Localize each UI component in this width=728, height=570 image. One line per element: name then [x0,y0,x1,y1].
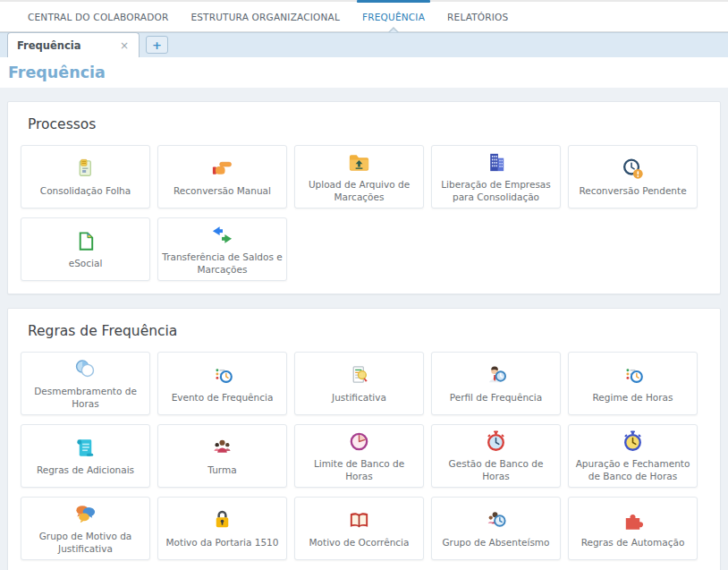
card-label: Limite de Banco de Horas [299,458,419,482]
checklist-clock-icon [210,363,234,388]
tab-strip: Frequência × + [0,32,728,57]
card-turma[interactable]: Turma [157,424,287,488]
stopwatch-blue-icon [621,430,645,455]
nav-item-label: CENTRAL DO COLABORADOR [28,12,168,22]
open-book-icon [347,508,371,533]
active-nav-indicator [357,0,430,3]
pointing-hand-icon [210,157,234,182]
page-header: Frequência [0,57,728,88]
stopwatch-red-icon [484,430,508,455]
nav-item-central-do-colaborador[interactable]: CENTRAL DO COLABORADOR [19,2,177,31]
nav-item-relatorios[interactable]: RELATÓRIOS [438,2,517,31]
card-label: eSocial [69,258,103,270]
scroll-icon [73,436,97,461]
card-label: Regras de Adicionais [37,464,134,477]
nav-item-label: RELATÓRIOS [447,12,508,22]
card-label: Evento de Frequência [172,392,274,404]
card-gestao-de-banco-de-horas[interactable]: Gestão de Banco de Horas [431,424,561,488]
card-apuracao-e-fechamento-de-banco-de-horas[interactable]: Apuração e Fechamento de Banco de Horas [568,424,698,488]
section-title: Processos [28,116,707,132]
nav-item-label: FREQUÊNCIA [362,12,425,22]
card-label: Justificativa [332,392,386,404]
card-label: Upload de Arquivo de Marcações [299,179,419,203]
card-label: Motivo de Ocorrência [309,537,410,549]
nav-item-frequencia[interactable]: FREQUÊNCIA [353,2,434,31]
content-area: Processos Consolidação FolhaReconversão … [0,88,728,570]
card-regras-de-automacao[interactable]: Regras de Automação [568,497,698,560]
card-esocial[interactable]: eSocial [21,217,150,281]
document-fold-icon [73,229,97,254]
card-reconversao-manual[interactable]: Reconversão Manual [157,145,287,208]
chat-bubbles-icon [73,502,97,527]
card-label: Desmembramento de Horas [25,386,146,410]
card-grupo-de-absenteismo[interactable]: Grupo de Absenteísmo [431,497,561,560]
card-label: Perfil de Frequência [450,392,542,404]
card-label: Consolidação Folha [40,185,131,198]
payroll-pad-icon [73,157,97,182]
clock-alert-icon [621,157,645,182]
transfer-arrows-icon [210,223,234,248]
clock-limit-icon [347,430,371,455]
card-grid-regras: Desmembramento de HorasEvento de Frequên… [21,352,707,560]
document-search-icon [347,363,371,388]
card-label: Regras de Automação [581,537,685,549]
split-hours-icon [73,357,97,382]
card-evento-de-frequencia[interactable]: Evento de Frequência [157,352,287,415]
person-clock-icon [484,363,508,388]
card-label: Gestão de Banco de Horas [436,458,556,482]
card-grid-processos: Consolidação FolhaReconversão ManualUplo… [21,145,707,281]
card-label: Liberação de Empresas para Consolidação [436,179,556,203]
checklist-clock-icon [621,363,645,388]
puzzle-icon [621,508,645,533]
page-title: Frequência [8,64,106,81]
people-clock-icon [484,508,508,533]
card-label: Transferência de Saldos e Marcações [162,251,283,276]
main-navigation: CENTRAL DO COLABORADOR ESTRUTURA ORGANIZ… [0,2,728,32]
card-label: Reconversão Pendente [579,185,686,198]
card-reconversao-pendente[interactable]: Reconversão Pendente [568,145,698,208]
card-perfil-de-frequencia[interactable]: Perfil de Frequência [431,352,561,415]
card-limite-de-banco-de-horas[interactable]: Limite de Banco de Horas [294,424,424,488]
card-regras-de-adicionais[interactable]: Regras de Adicionais [21,424,150,488]
card-regime-de-horas[interactable]: Regime de Horas [568,352,698,415]
nav-item-estrutura-organizacional[interactable]: ESTRUTURA ORGANIZACIONAL [182,2,349,31]
card-liberacao-de-empresas-para-consolidacao[interactable]: Liberação de Empresas para Consolidação [431,145,561,208]
card-upload-de-arquivo-de-marcacoes[interactable]: Upload de Arquivo de Marcações [294,145,424,208]
section-title: Regras de Frequência [28,323,707,339]
tab-frequencia[interactable]: Frequência × [7,32,140,57]
people-group-icon [210,436,234,461]
section-processos: Processos Consolidação FolhaReconversão … [7,101,721,294]
section-regras-de-frequencia: Regras de Frequência Desmembramento de H… [7,308,721,570]
card-justificativa[interactable]: Justificativa [294,352,424,415]
folder-upload-icon [347,150,371,175]
card-motivo-de-ocorrencia[interactable]: Motivo de Ocorrência [294,497,424,560]
card-label: Motivo da Portaria 1510 [166,537,279,549]
card-desmembramento-de-horas[interactable]: Desmembramento de Horas [21,352,150,415]
card-label: Reconversão Manual [174,185,271,198]
card-consolidacao-folha[interactable]: Consolidação Folha [21,145,150,208]
card-grupo-de-motivo-da-justificativa[interactable]: Grupo de Motivo da Justificativa [21,497,150,560]
padlock-icon [210,508,234,533]
new-tab-button[interactable]: + [146,36,168,54]
card-label: Apuração e Fechamento de Banco de Horas [572,458,693,482]
card-label: Regime de Horas [593,392,673,404]
card-transferencia-de-saldos-e-marcacoes[interactable]: Transferência de Saldos e Marcações [157,217,287,281]
card-label: Grupo de Motivo da Justificativa [25,531,146,555]
tab-close-icon[interactable]: × [119,40,130,51]
tab-label: Frequência [17,39,81,52]
building-icon [484,150,508,175]
card-label: Turma [207,464,236,477]
nav-item-label: ESTRUTURA ORGANIZACIONAL [190,12,340,22]
card-motivo-da-portaria-1510[interactable]: Motivo da Portaria 1510 [157,497,287,560]
card-label: Grupo de Absenteísmo [442,537,549,549]
